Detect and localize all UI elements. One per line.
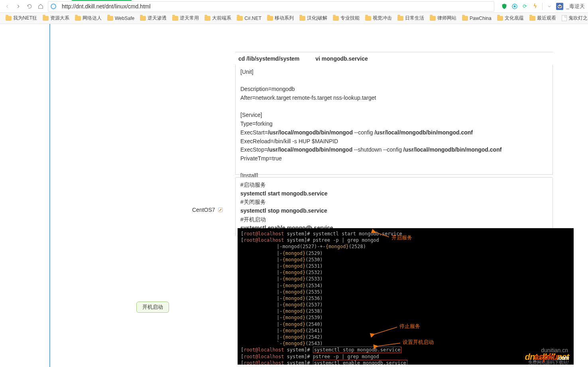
edit-icon — [218, 207, 223, 213]
bookmark-label: 律师网站 — [437, 15, 456, 22]
site-info-icon[interactable] — [51, 4, 56, 9]
folder-icon — [333, 16, 339, 21]
folder-icon — [6, 16, 12, 21]
folder-icon — [237, 16, 243, 21]
folder-icon — [172, 16, 178, 21]
comment-stop: #关闭服务 — [240, 198, 548, 207]
address-bar[interactable] — [48, 1, 494, 12]
code-header: cd /lib/systemd/system vi mongodb.servic… — [235, 52, 553, 66]
bookmark-item[interactable]: 汉化|破解 — [298, 14, 329, 22]
bookmark-item[interactable]: C#.NET — [235, 15, 263, 22]
mindmap-connectors — [0, 24, 120, 84]
home-button[interactable] — [37, 2, 45, 10]
chevron-down-icon[interactable] — [546, 3, 553, 10]
description-line: Description=mongodb — [240, 85, 548, 94]
bookmarks-bar: 我为NET狂资源大系网络达人WebSafe逆天渗透逆天常用大前端系C#.NET移… — [0, 13, 588, 24]
bookmark-label: 我为NET狂 — [13, 15, 37, 22]
folder-icon — [430, 16, 436, 21]
bookmark-label: 视觉冲击 — [373, 15, 392, 22]
bookmark-label: 逆天渗透 — [147, 15, 167, 22]
cd-command: cd /lib/systemd/system — [238, 55, 299, 63]
bookmark-label: 鬼吹灯之精绝 — [568, 15, 588, 22]
bookmark-item[interactable]: WebSafe — [106, 15, 136, 22]
back-button[interactable] — [3, 2, 11, 10]
folder-icon — [299, 16, 305, 21]
folder-icon — [107, 16, 113, 21]
shield-icon[interactable] — [501, 3, 508, 10]
extension-2-icon[interactable]: ⟳ — [521, 3, 529, 10]
bookmark-label: 最近观看 — [537, 15, 556, 22]
vi-command: vi mongodb.service — [315, 55, 368, 63]
bookmark-label: 文化底蕴 — [505, 15, 524, 22]
bookmark-label: 资源大系 — [50, 15, 69, 22]
bookmark-item[interactable]: 大前端系 — [203, 14, 233, 22]
cmd-stop: systemctl stop mongodb.service — [240, 207, 548, 215]
watermark-dunitian: dunitian.cn — [541, 347, 568, 354]
bookmark-label: C#.NET — [244, 16, 262, 21]
bookmark-item[interactable]: 移动系列 — [265, 14, 295, 22]
bookmark-item[interactable]: 专业技能 — [331, 14, 361, 22]
folder-icon — [497, 16, 503, 21]
bookmark-item[interactable]: 网络达人 — [73, 14, 103, 22]
bookmark-label: 专业技能 — [340, 15, 360, 22]
service-file-block: [Unit] Description=mongodb After=network… — [235, 65, 553, 175]
bookmark-item[interactable]: 律师网站 — [428, 14, 458, 22]
bookmark-item[interactable]: 文化底蕴 — [496, 14, 525, 22]
service-header: [Service] — [240, 111, 548, 120]
bookmark-item[interactable]: 鬼吹灯之精绝 — [560, 14, 588, 22]
comment-enable: #开机启动 — [240, 215, 548, 224]
mindmap-trunk — [49, 24, 50, 367]
folder-icon — [267, 16, 273, 21]
avatar-icon[interactable]: 🐼 — [556, 3, 563, 10]
folder-icon — [529, 16, 535, 21]
folder-icon — [462, 16, 468, 21]
type-line: Type=forking — [240, 120, 548, 128]
cmd-start: systemctl start mongodb.service — [240, 189, 548, 198]
systemctl-block: #启动服务 systemctl start mongodb.service #关… — [235, 177, 553, 236]
unit-header: [Unit] — [240, 68, 548, 77]
bookmark-label: 日常生活 — [405, 15, 424, 22]
bookmark-label: 大前端系 — [212, 15, 231, 22]
bookmark-item[interactable]: 视觉冲击 — [364, 14, 393, 22]
extension-1-icon[interactable] — [511, 3, 518, 10]
bookmark-item[interactable]: 最近观看 — [528, 14, 558, 22]
bookmark-item[interactable]: 逆天常用 — [171, 14, 201, 22]
folder-icon — [365, 16, 371, 21]
execreload-line: ExecReload=/bin/kill -s HUP $MAINPID — [240, 137, 548, 146]
bookmark-label: PawChina — [470, 16, 492, 21]
privatetmp-line: PrivateTmp=true — [240, 154, 548, 163]
page-load-progress — [72, 0, 132, 1]
folder-icon — [140, 16, 146, 21]
after-line: After=network.target remote-fs.target ns… — [240, 94, 548, 103]
bookmark-label: 移动系列 — [275, 15, 294, 22]
mindmap-node-centos7[interactable]: CentOS7 — [192, 207, 223, 213]
node-label: CentOS7 — [192, 207, 215, 213]
reload-button[interactable] — [26, 2, 33, 10]
comment-start: #启动服务 — [240, 181, 548, 189]
url-input[interactable] — [60, 2, 492, 11]
folder-icon — [75, 16, 81, 21]
page-content: 开机启动 CentOS7 cd /lib/systemd/system vi m… — [0, 24, 588, 367]
watermark-sub: 免费网站源码下载站! — [528, 359, 569, 365]
page-icon — [562, 15, 567, 21]
user-label: _毒逆天 — [566, 3, 585, 10]
terminal-screenshot: [root@localhost system]# systemctl start… — [238, 228, 574, 365]
svg-point-1 — [513, 5, 515, 7]
flash-icon[interactable]: ϟ — [532, 3, 539, 10]
separator — [542, 3, 543, 10]
bookmark-label: WebSafe — [115, 16, 134, 21]
bookmark-item[interactable]: 日常生活 — [396, 14, 426, 22]
bookmark-item[interactable]: 逆天渗透 — [138, 14, 168, 22]
bookmark-item[interactable]: PawChina — [460, 15, 493, 22]
bookmark-label: 逆天常用 — [180, 15, 199, 22]
mindmap-node-autostart[interactable]: 开机启动 — [136, 302, 169, 313]
execstop-line: ExecStop=/usr/local/mongodb/bin/mongod -… — [240, 146, 548, 154]
bookmark-item[interactable]: 我为NET狂 — [4, 14, 39, 22]
bookmark-label: 网络达人 — [83, 15, 102, 22]
forward-button[interactable] — [14, 2, 22, 10]
bookmark-item[interactable]: 资源大系 — [41, 14, 71, 22]
folder-icon — [205, 16, 210, 21]
browser-toolbar: ⟳ ϟ 🐼 _毒逆天 — [0, 0, 588, 13]
execstart-line: ExecStart=/usr/local/mongodb/bin/mongod … — [240, 128, 548, 137]
bookmark-label: 汉化|破解 — [307, 15, 327, 22]
